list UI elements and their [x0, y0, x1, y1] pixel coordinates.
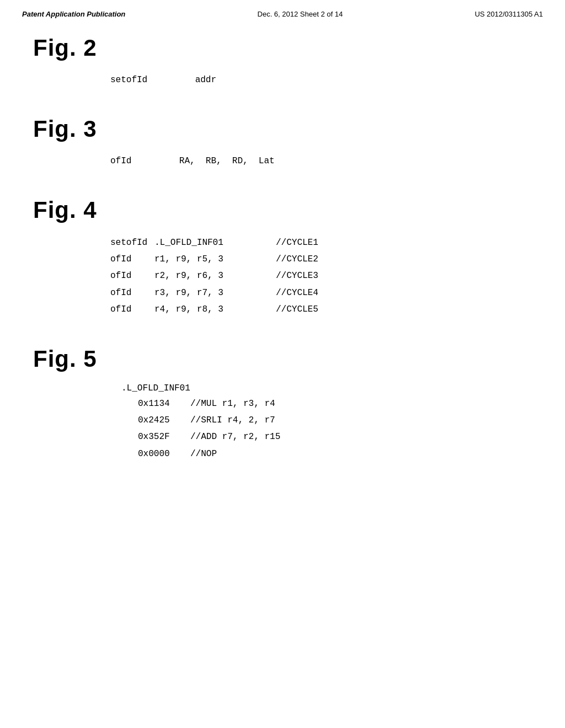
instruction-cell: ofId: [110, 301, 154, 318]
header-date-sheet: Dec. 6, 2012 Sheet 2 of 14: [258, 10, 343, 18]
figure-4-section: Fig. 4 setofId .L_OFLD_INF01 //CYCLE1ofI…: [33, 197, 532, 318]
comment-cell: //ADD r7, r2, r15: [190, 429, 280, 445]
list-item: 0x1134//MUL r1, r3, r4: [138, 395, 532, 412]
operands-cell: r3, r9, r7, 3: [154, 285, 276, 301]
list-item: 0x2425//SRLI r4, 2, r7: [138, 412, 532, 429]
figure-4-code-block: setofId .L_OFLD_INF01 //CYCLE1ofId r1, r…: [110, 234, 532, 318]
figure-5-label: .L_OFLD_INF01: [121, 383, 532, 393]
operands-cell: r4, r9, r8, 3: [154, 301, 276, 318]
table-row: ofId r2, r9, r6, 3 //CYCLE3: [110, 267, 532, 284]
figure-2-title: Fig. 2: [33, 35, 532, 61]
comment-cell: //CYCLE2: [276, 251, 318, 267]
comment-cell: //SRLI r4, 2, r7: [190, 412, 275, 429]
figure-3-content: ofId RA, RB, RD, Lat: [33, 153, 532, 169]
operands-cell: .L_OFLD_INF01: [154, 234, 276, 251]
instruction-cell: ofId: [110, 285, 154, 301]
comment-cell: //CYCLE4: [276, 285, 318, 301]
figure-4-title: Fig. 4: [33, 197, 532, 223]
table-row: ofId r3, r9, r7, 3 //CYCLE4: [110, 285, 532, 301]
figure-5-content: .L_OFLD_INF01 0x1134//MUL r1, r3, r40x24…: [33, 383, 532, 463]
comment-cell: //CYCLE3: [276, 267, 318, 284]
figure-5-code-block: 0x1134//MUL r1, r3, r40x2425//SRLI r4, 2…: [121, 395, 532, 463]
address-cell: 0x1134: [138, 395, 179, 412]
address-cell: 0x2425: [138, 412, 179, 429]
comment-cell: //CYCLE5: [276, 301, 318, 318]
figure-5-section: Fig. 5 .L_OFLD_INF01 0x1134//MUL r1, r3,…: [33, 346, 532, 463]
table-row: ofId r1, r9, r5, 3 //CYCLE2: [110, 251, 532, 267]
list-item: 0x0000//NOP: [138, 446, 532, 462]
operands-cell: r1, r9, r5, 3: [154, 251, 276, 267]
page-content: Fig. 2 setofId addr Fig. 3 ofId RA, RB, …: [0, 24, 565, 512]
address-cell: 0x0000: [138, 446, 179, 462]
address-cell: 0x352F: [138, 429, 179, 445]
list-item: 0x352F//ADD r7, r2, r15: [138, 429, 532, 445]
figure-3-section: Fig. 3 ofId RA, RB, RD, Lat: [33, 116, 532, 169]
table-row: ofId r4, r9, r8, 3 //CYCLE5: [110, 301, 532, 318]
comment-cell: //CYCLE1: [276, 234, 318, 251]
figure-5-title: Fig. 5: [33, 346, 532, 372]
comment-cell: //MUL r1, r3, r4: [190, 395, 275, 412]
table-row: setofId .L_OFLD_INF01 //CYCLE1: [110, 234, 532, 251]
header-patent-number: US 2012/0311305 A1: [475, 10, 543, 18]
instruction-cell: ofId: [110, 267, 154, 284]
figure-3-title: Fig. 3: [33, 116, 532, 142]
figure-2-content: setofId addr: [33, 72, 532, 88]
instruction-cell: setofId: [110, 234, 154, 251]
instruction-cell: ofId: [110, 251, 154, 267]
page-header: Patent Application Publication Dec. 6, 2…: [0, 0, 565, 24]
figure-2-section: Fig. 2 setofId addr: [33, 35, 532, 88]
figure-2-code-line: setofId addr: [110, 72, 532, 88]
figure-3-code-line: ofId RA, RB, RD, Lat: [110, 153, 532, 169]
header-publication-label: Patent Application Publication: [22, 10, 125, 18]
comment-cell: //NOP: [190, 446, 217, 462]
operands-cell: r2, r9, r6, 3: [154, 267, 276, 284]
figure-4-content: setofId .L_OFLD_INF01 //CYCLE1ofId r1, r…: [33, 234, 532, 318]
